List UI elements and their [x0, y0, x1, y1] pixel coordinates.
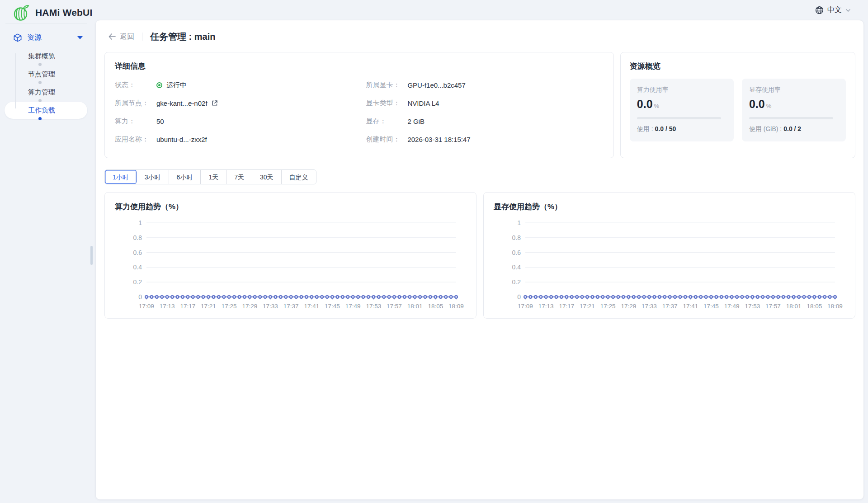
field-status: 状态： 运行中	[115, 76, 352, 94]
page-header: 返回 任务管理 : main	[96, 20, 863, 49]
bullet-icon	[38, 63, 42, 66]
header-divider	[142, 33, 142, 41]
field-gpu: 所属显卡： GPU-f1e0...b2c457	[366, 76, 603, 94]
bullet-icon	[38, 99, 42, 102]
svg-text:17:45: 17:45	[703, 303, 719, 310]
sidebar-section-resources[interactable]: 资源	[0, 30, 93, 45]
svg-text:17:13: 17:13	[538, 303, 554, 310]
cube-icon	[14, 33, 22, 42]
arrow-left-icon	[108, 33, 116, 40]
memory-trend-chart[interactable]: 00.20.40.60.8117:0917:1317:1717:2117:251…	[494, 217, 846, 315]
memory-usage-value: 0.0	[749, 98, 765, 110]
compute-usage-card: 算力使用率 0.0% 使用 :0.0 / 50	[630, 79, 734, 141]
memory-value: 2 GiB	[407, 118, 425, 125]
created-time-value: 2026-03-31 18:15:47	[407, 136, 470, 143]
svg-text:18:09: 18:09	[448, 303, 464, 310]
sidebar-item-workloads[interactable]: 工作负载	[0, 101, 93, 119]
svg-text:0.8: 0.8	[512, 234, 521, 241]
svg-text:17:57: 17:57	[765, 303, 781, 310]
svg-text:17:25: 17:25	[222, 303, 237, 310]
svg-text:18:09: 18:09	[827, 303, 843, 310]
language-selector[interactable]: 中文	[815, 5, 851, 15]
svg-text:0.8: 0.8	[133, 234, 142, 241]
time-range-30d[interactable]: 30天	[252, 170, 282, 184]
svg-text:0.4: 0.4	[133, 263, 142, 271]
compute-usage-progressbar	[637, 117, 721, 119]
svg-text:17:49: 17:49	[724, 303, 740, 310]
details-panel: 详细信息 状态： 运行中 所属显卡： GPU-f1e0...b2c457 所属节…	[104, 52, 614, 158]
sidebar-timeline	[15, 53, 16, 108]
sidebar-item-cluster-overview[interactable]: 集群概览	[0, 47, 93, 65]
compute-usage-ratio: 0.0 / 50	[655, 125, 676, 132]
svg-text:17:09: 17:09	[518, 303, 533, 310]
sidebar-divider	[5, 24, 87, 24]
svg-text:17:17: 17:17	[559, 303, 574, 310]
svg-text:17:29: 17:29	[621, 303, 636, 310]
svg-text:17:33: 17:33	[263, 303, 278, 310]
svg-text:17:25: 17:25	[600, 303, 616, 310]
memory-trend-chart-card: 显存使用趋势（%） 00.20.40.60.8117:0917:1317:171…	[483, 192, 855, 319]
node-value: gke-kant...e-n02f	[156, 99, 208, 107]
caret-down-icon	[77, 36, 83, 39]
svg-text:0: 0	[138, 293, 142, 301]
svg-text:0.6: 0.6	[133, 249, 142, 256]
svg-text:18:05: 18:05	[428, 303, 443, 310]
memory-usage-progressbar	[749, 117, 833, 119]
compute-usage-value: 0.0	[637, 98, 653, 110]
field-gpu-type: 显卡类型： NVIDIA L4	[366, 94, 603, 112]
svg-text:0.2: 0.2	[512, 278, 521, 286]
sidebar-section-label: 资源	[27, 33, 77, 42]
time-range-3h[interactable]: 3小时	[137, 170, 169, 184]
time-range-7d[interactable]: 7天	[226, 170, 252, 184]
memory-usage-ratio: 0.0 / 2	[783, 125, 801, 132]
svg-text:18:01: 18:01	[407, 303, 423, 310]
time-range-1h[interactable]: 1小时	[105, 170, 137, 184]
svg-text:17:41: 17:41	[304, 303, 319, 310]
sidebar-menu: 集群概览 节点管理 算力管理 工作负载	[0, 47, 93, 119]
svg-text:17:37: 17:37	[662, 303, 678, 310]
svg-text:17:13: 17:13	[160, 303, 175, 310]
svg-text:1: 1	[138, 219, 142, 226]
page-title: 任务管理 : main	[150, 31, 215, 43]
back-label: 返回	[120, 32, 134, 42]
svg-text:1: 1	[517, 219, 521, 226]
compute-trend-title: 算力使用趋势（%）	[115, 202, 467, 212]
time-range-1d[interactable]: 1天	[201, 170, 226, 184]
svg-text:17:33: 17:33	[642, 303, 657, 310]
svg-text:17:53: 17:53	[366, 303, 381, 310]
sidebar-item-compute-management[interactable]: 算力管理	[0, 83, 93, 101]
sidebar-resize-handle[interactable]	[90, 246, 93, 265]
compute-trend-chart[interactable]: 00.20.40.60.8117:0917:1317:1717:2117:251…	[115, 217, 467, 315]
app-name-value: ubuntu-d...-zxx2f	[156, 136, 207, 143]
bullet-icon	[38, 117, 42, 120]
svg-text:17:37: 17:37	[283, 303, 299, 310]
overview-title: 资源概览	[630, 61, 846, 71]
svg-text:17:21: 17:21	[201, 303, 216, 310]
compute-value: 50	[156, 118, 164, 125]
field-memory: 显存： 2 GiB	[366, 112, 603, 130]
details-title: 详细信息	[115, 61, 604, 71]
svg-text:0.4: 0.4	[512, 263, 521, 271]
sidebar-item-node-management[interactable]: 节点管理	[0, 65, 93, 83]
gpu-value: GPU-f1e0...b2c457	[407, 81, 465, 89]
bullet-icon	[38, 81, 42, 84]
svg-text:17:41: 17:41	[683, 303, 698, 310]
globe-icon	[815, 6, 824, 14]
back-button[interactable]: 返回	[108, 32, 134, 42]
external-link-icon[interactable]	[212, 100, 218, 106]
svg-text:0: 0	[517, 293, 521, 301]
time-range-custom[interactable]: 自定义	[282, 170, 316, 184]
svg-text:17:57: 17:57	[387, 303, 402, 310]
memory-usage-card: 显存使用率 0.0% 使用 (GiB) :0.0 / 2	[742, 79, 846, 141]
field-app-name: 应用名称： ubuntu-d...-zxx2f	[115, 130, 352, 148]
field-node: 所属节点： gke-kant...e-n02f	[115, 94, 352, 112]
svg-text:0.2: 0.2	[133, 278, 142, 286]
time-range-6h[interactable]: 6小时	[169, 170, 201, 184]
svg-text:17:17: 17:17	[180, 303, 195, 310]
svg-text:17:21: 17:21	[580, 303, 595, 310]
svg-text:18:01: 18:01	[786, 303, 802, 310]
svg-text:18:05: 18:05	[807, 303, 822, 310]
language-label: 中文	[827, 5, 842, 15]
compute-trend-chart-card: 算力使用趋势（%） 00.20.40.60.8117:0917:1317:171…	[104, 192, 476, 319]
gpu-type-value: NVIDIA L4	[407, 99, 439, 107]
